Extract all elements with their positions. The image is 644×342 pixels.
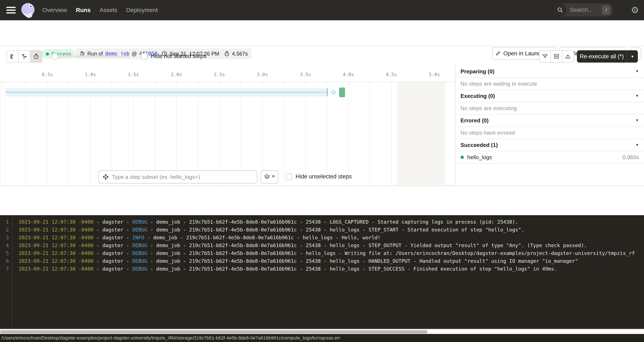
line-number: 1 xyxy=(0,218,9,226)
duration-label: 4.567s xyxy=(232,51,248,57)
panel-section-header[interactable]: Errored (0)▼ xyxy=(456,114,644,127)
log-line-text: 2023-09-21 12:07:30 -0400 - dagster - DE… xyxy=(18,242,587,250)
search-placeholder: Search... xyxy=(570,7,602,13)
axis-tick: 5.0s xyxy=(429,72,440,77)
gear-icon[interactable]: ⚙ xyxy=(631,5,639,16)
time-axis: 0.5s1.0s1.5s2.0s2.5s3.0s3.5s4.0s4.5s5.0s xyxy=(0,66,455,82)
apply-subset-button[interactable]: ^ xyxy=(260,170,278,184)
log-line-text: 2023-09-21 12:07:30 -0400 - dagster - DE… xyxy=(18,218,518,226)
panel-section-title: Succeeded (1) xyxy=(460,142,635,148)
step-marker-circle[interactable] xyxy=(332,90,335,94)
caret-down-icon: ▼ xyxy=(635,143,639,147)
log-horizontal-scrollbar xyxy=(0,329,644,334)
expand-up-icon xyxy=(565,53,571,60)
step-bar-hello-logs[interactable] xyxy=(339,88,345,97)
caret-down-icon: ▼ xyxy=(635,69,639,74)
log-line: 32023-09-21 12:07:30 -0400 - dagster - I… xyxy=(0,234,644,242)
duration-pill: 4.567s xyxy=(220,48,252,59)
run-header: 219c7b51 Success Run of demo_job @ 4f105… xyxy=(0,20,644,46)
flat-view-button[interactable] xyxy=(7,51,18,62)
log-path-bar: /Users/erincochran/Desktop/dagster-examp… xyxy=(0,334,644,342)
hide-not-started-checkbox[interactable] xyxy=(141,53,147,60)
panel-section-header[interactable]: Preparing (0)▼ xyxy=(456,66,644,78)
split-panels-button[interactable] xyxy=(551,51,562,62)
panel-section-title: Executing (0) xyxy=(460,93,635,99)
run-end-shaded-region xyxy=(397,82,445,185)
succeeded-step-row[interactable]: hello_logs0.065s xyxy=(456,151,644,164)
search-shortcut-key: / xyxy=(602,5,610,14)
log-file-path: /Users/erincochran/Desktop/dagster-examp… xyxy=(1,335,340,341)
axis-tick: 1.0s xyxy=(85,72,96,77)
step-subset-placeholder: Type a step subset (ex: hello_logs+) xyxy=(112,174,200,180)
at-symbol: @ xyxy=(132,51,137,57)
line-number: 4 xyxy=(0,242,9,250)
timed-view-button[interactable] xyxy=(30,51,42,62)
collapse-bottom-button[interactable] xyxy=(540,51,551,62)
zoom-slider-handle[interactable] xyxy=(52,53,58,60)
panel-empty-text: No steps are executing xyxy=(460,105,517,112)
log-line: 12023-09-21 12:07:30 -0400 - dagster - D… xyxy=(0,218,644,226)
nav-link-deployment[interactable]: Deployment xyxy=(126,7,158,14)
raw-log-viewer: 12023-09-21 12:07:30 -0400 - dagster - D… xyxy=(0,215,644,329)
scrollbar-thumb[interactable] xyxy=(0,330,428,334)
flat-gantt-icon xyxy=(9,53,16,60)
search-input[interactable]: Search... / xyxy=(554,4,613,16)
menu-icon[interactable] xyxy=(6,7,16,14)
reexecute-all-label: Re-execute all (*) xyxy=(577,53,626,60)
log-line-text: 2023-09-21 12:07:30 -0400 - dagster - DE… xyxy=(18,257,578,265)
split-panels-icon xyxy=(553,53,560,60)
dagster-logo-icon[interactable] xyxy=(20,2,36,18)
panel-empty-row: No steps are executing xyxy=(456,102,644,114)
panel-section-header[interactable]: Succeeded (1)▼ xyxy=(456,139,644,151)
layers-icon xyxy=(264,174,270,180)
waterfall-gantt-icon xyxy=(21,53,28,60)
nav-link-assets[interactable]: Assets xyxy=(100,7,117,14)
panel-empty-row: No steps are waiting to execute xyxy=(456,78,644,90)
log-line: 72023-09-21 12:07:30 -0400 - dagster - D… xyxy=(0,265,644,273)
line-number: 2 xyxy=(0,226,9,234)
log-line-text: 2023-09-21 12:07:30 -0400 - dagster - DE… xyxy=(18,265,557,273)
nav-links: OverviewRunsAssetsDeployment xyxy=(42,0,158,20)
panel-section-header[interactable]: Executing (0)▼ xyxy=(456,90,644,102)
log-lines: 12023-09-21 12:07:30 -0400 - dagster - D… xyxy=(0,218,644,273)
hide-unselected-row: Hide unselected steps xyxy=(286,173,352,180)
reexecute-caret-icon[interactable]: ▾ xyxy=(627,54,638,59)
status-dot-icon xyxy=(46,52,49,56)
dagster-run-page: OverviewRunsAssetsDeployment Search... /… xyxy=(0,0,644,342)
gantt-view-mode-group xyxy=(6,50,42,62)
waterfall-view-button[interactable] xyxy=(18,51,30,62)
axis-tick: 1.5s xyxy=(128,72,139,77)
panel-empty-text: No steps have errored xyxy=(460,130,515,136)
log-line-text: 2023-09-21 12:07:30 -0400 - dagster - DE… xyxy=(18,250,635,257)
log-line: 52023-09-21 12:07:30 -0400 - dagster - D… xyxy=(0,250,644,257)
axis-tick: 3.5s xyxy=(300,72,311,77)
hide-not-started-row: Hide not started steps xyxy=(141,53,206,60)
hide-unselected-checkbox[interactable] xyxy=(286,174,292,180)
log-line: 42023-09-21 12:07:30 -0400 - dagster - D… xyxy=(0,242,644,250)
nav-link-runs[interactable]: Runs xyxy=(76,7,91,14)
gantt-grid xyxy=(0,82,455,185)
line-number: 6 xyxy=(0,257,9,265)
step-waiting-band xyxy=(6,88,328,96)
caret-down-icon: ▼ xyxy=(635,94,639,98)
panel-empty-text: No steps are waiting to execute xyxy=(460,80,537,87)
pencil-icon xyxy=(495,51,501,56)
zoom-slider-track[interactable] xyxy=(53,56,130,58)
axis-tick: 4.0s xyxy=(343,72,354,77)
line-number: 5 xyxy=(0,250,9,257)
line-number: 7 xyxy=(0,265,9,273)
top-nav: OverviewRunsAssetsDeployment Search... /… xyxy=(0,0,644,20)
log-line-text: 2023-09-21 12:07:30 -0400 - dagster - IN… xyxy=(18,234,380,242)
log-toolbar: hello_logs stdoutstderr xyxy=(0,186,644,215)
reexecute-all-button[interactable]: Re-execute all (*) ▾ xyxy=(577,50,638,62)
axis-tick: 4.5s xyxy=(386,72,397,77)
collapse-down-icon xyxy=(542,53,548,60)
axis-tick: 0.5s xyxy=(42,72,53,77)
step-success-dot-icon xyxy=(460,156,464,159)
panel-layout-group xyxy=(539,50,574,62)
nav-link-overview[interactable]: Overview xyxy=(42,7,67,14)
step-subset-input[interactable]: Type a step subset (ex: hello_logs+) xyxy=(98,170,257,184)
expand-top-button[interactable] xyxy=(562,51,574,62)
log-line-text: 2023-09-21 12:07:30 -0400 - dagster - DE… xyxy=(18,226,524,234)
panel-section-title: Preparing (0) xyxy=(460,68,635,75)
